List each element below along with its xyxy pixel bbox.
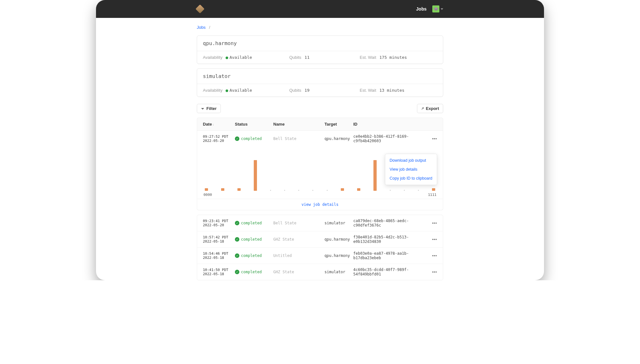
- job-list: 09:23:41 PDT2022-05-20 ✓completed Bell S…: [197, 215, 443, 280]
- job-id: feb03e0a-ea87-4978-aa1b-b17dba23ebeb: [353, 251, 428, 260]
- availability-value: Available: [229, 88, 252, 93]
- job-more-button[interactable]: •••: [428, 253, 437, 258]
- device-card[interactable]: qpu.harmony AvailabilityAvailable Qubits…: [197, 35, 443, 64]
- job-id: f38e401d-82b5-4d2c-b513-e0b132d34830: [353, 235, 428, 244]
- job-name: Untitled: [273, 253, 324, 258]
- menu-view[interactable]: View job details: [385, 165, 437, 174]
- wait-label: Est. Wait: [360, 88, 376, 93]
- device-name: simulator: [197, 69, 443, 84]
- histogram-bar: [341, 188, 344, 191]
- sort-desc-icon: ↓: [212, 123, 214, 126]
- col-status[interactable]: Status: [235, 122, 273, 127]
- histogram-bar: [221, 188, 224, 191]
- table-row[interactable]: 09:23:41 PDT2022-05-20 ✓completed Bell S…: [197, 215, 443, 231]
- qubits-value: 19: [305, 88, 310, 93]
- user-menu[interactable]: 👾: [432, 5, 443, 12]
- histogram-bar: [312, 190, 313, 191]
- histogram-bar: [298, 190, 299, 191]
- logo-icon: [196, 4, 204, 13]
- menu-copy[interactable]: Copy job ID to clipboard: [385, 174, 437, 183]
- job-timestamp: 09:23:41 PDT2022-05-20: [203, 219, 235, 227]
- job-timestamp: 10:54:46 PDT2022-05-18: [203, 252, 235, 260]
- col-id[interactable]: ID: [353, 122, 428, 127]
- histogram-bar: [404, 190, 405, 191]
- chart-label-left: 0000: [204, 193, 212, 197]
- histogram-bar: [418, 190, 419, 191]
- histogram-bar: [237, 188, 241, 191]
- chevron-down-icon: [441, 8, 443, 10]
- histogram-bar: [284, 190, 285, 191]
- filter-label: Filter: [206, 106, 217, 111]
- histogram-bar: [390, 190, 391, 191]
- job-more-button[interactable]: •••: [428, 136, 437, 141]
- job-name: Bell State: [273, 221, 324, 225]
- job-name: GHZ State: [273, 270, 324, 274]
- status-dot-icon: [226, 57, 228, 59]
- histogram-bar: [373, 160, 377, 191]
- job-status: ✓completed: [235, 253, 273, 258]
- job-target: simulator: [324, 221, 353, 225]
- export-label: Export: [426, 106, 439, 111]
- nav-jobs[interactable]: Jobs: [416, 6, 427, 12]
- job-target: qpu.harmony: [324, 136, 353, 141]
- breadcrumb-sep: /: [209, 25, 210, 30]
- device-card[interactable]: simulator AvailabilityAvailable Qubits19…: [197, 68, 443, 97]
- export-button[interactable]: ↗ Export: [417, 104, 443, 113]
- qubits-value: 11: [305, 55, 310, 60]
- check-icon: ✓: [235, 270, 239, 274]
- job-status: ✓completed: [235, 237, 273, 242]
- check-icon: ✓: [235, 237, 239, 242]
- export-icon: ↗: [421, 106, 424, 111]
- expanded-job: 09:27:52 PDT2022-05-20 ✓ completed Bell …: [197, 131, 443, 210]
- histogram-bar: [205, 188, 208, 191]
- check-icon: ✓: [235, 221, 239, 225]
- breadcrumb-jobs[interactable]: Jobs: [197, 25, 205, 30]
- job-status: ✓ completed: [235, 136, 273, 141]
- topbar: Jobs 👾: [96, 0, 544, 18]
- device-name: qpu.harmony: [197, 36, 443, 51]
- table-row[interactable]: 10:41:50 PDT2022-05-18 ✓completed GHZ St…: [197, 264, 443, 280]
- view-job-details-link[interactable]: view job details: [301, 202, 339, 207]
- job-id: 4c60bc35-dcdd-40f7-989f-54f849bbfd01: [353, 267, 428, 276]
- job-more-button[interactable]: •••: [428, 237, 437, 242]
- histogram-bar: [254, 160, 257, 191]
- job-target: qpu.harmony: [324, 253, 353, 258]
- job-more-button[interactable]: •••: [428, 270, 437, 274]
- status-dot-icon: [226, 89, 228, 92]
- job-target: simulator: [324, 270, 353, 274]
- col-name[interactable]: Name: [273, 122, 324, 127]
- table-header: Date↓ Status Name Target ID: [197, 118, 443, 131]
- breadcrumb: Jobs /: [197, 25, 443, 30]
- job-status: ✓completed: [235, 270, 273, 274]
- col-target[interactable]: Target: [324, 122, 353, 127]
- table-row[interactable]: 10:57:42 PDT2022-05-18 ✓completed GHZ St…: [197, 231, 443, 247]
- chart-label-right: 1111: [428, 193, 437, 197]
- wait-value: 175 minutes: [380, 55, 407, 60]
- histogram: Download job output View job details Cop…: [197, 147, 443, 199]
- wait-label: Est. Wait: [360, 55, 376, 60]
- job-timestamp: 10:41:50 PDT2022-05-18: [203, 268, 235, 276]
- filter-icon: ⏷: [201, 107, 204, 111]
- context-menu: Download job output View job details Cop…: [385, 154, 437, 185]
- job-name: GHZ State: [273, 237, 324, 242]
- availability-label: Availability: [203, 55, 222, 60]
- wait-value: 13 minutes: [380, 88, 404, 93]
- histogram-bar: [327, 190, 328, 191]
- menu-download[interactable]: Download job output: [385, 156, 437, 165]
- job-more-button[interactable]: •••: [428, 221, 437, 225]
- job-name: Bell State: [273, 136, 324, 141]
- col-date[interactable]: Date↓: [203, 122, 235, 127]
- histogram-bar: [357, 188, 360, 191]
- check-icon: ✓: [235, 253, 239, 258]
- availability-value: Available: [229, 55, 252, 60]
- qubits-label: Qubits: [289, 55, 301, 60]
- filter-button[interactable]: ⏷ Filter: [197, 104, 221, 113]
- job-id: ce0e4bb2-b386-412f-8169-c9fb4b420603: [353, 134, 428, 143]
- avatar-icon: 👾: [432, 5, 439, 12]
- job-target: qpu.harmony: [324, 237, 353, 242]
- job-id: ca879dec-68eb-4865-aedc-c90dfef3676c: [353, 219, 428, 228]
- check-icon: ✓: [235, 136, 239, 141]
- histogram-bar: [270, 190, 271, 191]
- table-row[interactable]: 10:54:46 PDT2022-05-18 ✓completed Untitl…: [197, 247, 443, 264]
- histogram-bar: [432, 188, 435, 191]
